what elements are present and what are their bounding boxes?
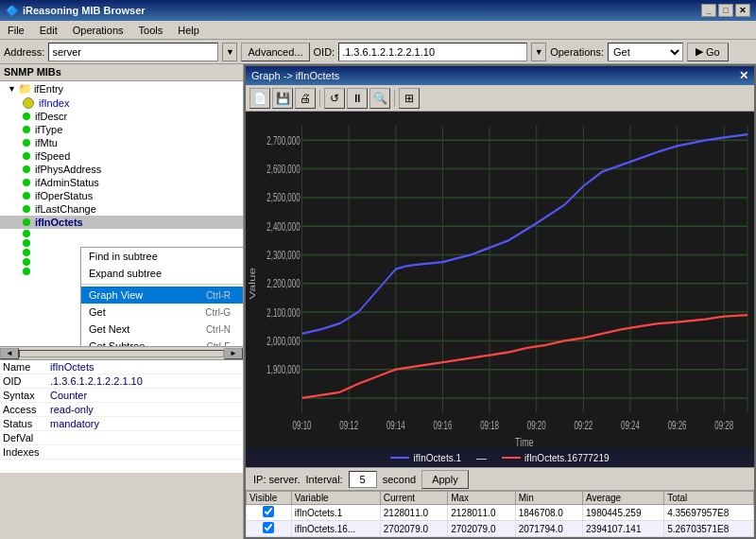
svg-text:09:14: 09:14 — [387, 420, 405, 432]
legend-label-1: ifInOctets.1 — [413, 453, 461, 463]
legend-color-2 — [502, 457, 521, 459]
svg-text:09:26: 09:26 — [668, 420, 687, 432]
address-bar: Address: ▼ Advanced... OID: ▼ Operations… — [0, 40, 756, 64]
tree-node-iflastchange[interactable]: ifLastChange — [0, 202, 243, 216]
graph-canvas: 2,700,000 2,600,000 2,500,000 2,400,000 … — [246, 112, 754, 448]
oid-input[interactable] — [338, 43, 527, 61]
tree-node-ifphysaddress[interactable]: ifPhysAddress — [0, 163, 243, 176]
menu-help[interactable]: Help — [174, 24, 203, 37]
svg-text:2,400,000: 2,400,000 — [266, 220, 301, 233]
interval-input[interactable] — [349, 471, 377, 488]
tree-node-ifspeed[interactable]: ifSpeed — [0, 149, 243, 163]
svg-text:2,600,000: 2,600,000 — [266, 163, 301, 175]
graph-save-button[interactable]: 💾 — [272, 88, 293, 109]
graph-title: Graph -> ifInOctets — [251, 70, 339, 81]
apply-button[interactable]: Apply — [421, 470, 469, 489]
green-dot-e5 — [23, 268, 30, 275]
prop-defval: DefVal — [0, 431, 243, 445]
svg-text:2,700,000: 2,700,000 — [266, 134, 301, 147]
menu-operations[interactable]: Operations — [69, 24, 128, 37]
row1-visible[interactable] — [247, 505, 292, 521]
expand-icon: ▼ — [8, 84, 16, 94]
tree-node-ifadminstatus[interactable]: ifAdminStatus — [0, 176, 243, 189]
col-min: Min — [515, 492, 582, 505]
tree-node-iftype[interactable]: ifType — [0, 123, 243, 136]
scroll-left[interactable]: ◄ — [0, 348, 19, 359]
graph-new-button[interactable]: 📄 — [249, 88, 270, 109]
row2-total: 5.26703571E8 — [664, 521, 754, 537]
graph-refresh-button[interactable]: ↺ — [324, 88, 345, 109]
address-input[interactable] — [48, 43, 218, 61]
row2-current: 2702079.0 — [380, 521, 447, 537]
graph-toolbar: 📄 💾 🖨 ↺ ⏸ 🔍 ⊞ — [246, 85, 754, 112]
tree-node-ifoperstatus[interactable]: ifOperStatus — [0, 189, 243, 202]
green-dot-e3 — [23, 249, 30, 256]
graph-svg: 2,700,000 2,600,000 2,500,000 2,400,000 … — [246, 112, 754, 448]
oid-label: OID: — [314, 46, 335, 58]
svg-text:09:24: 09:24 — [621, 420, 640, 432]
operations-select[interactable]: Get Get Next Get Subtree Set Walk — [608, 43, 683, 61]
minimize-button[interactable]: _ — [701, 4, 716, 17]
graph-config-button[interactable]: ⊞ — [399, 88, 420, 109]
svg-text:09:16: 09:16 — [434, 420, 453, 432]
table-row: ifInOctets.1 2128011.0 2128011.0 1846708… — [247, 505, 754, 521]
table-row: ifInOctets.16... 2702079.0 2702079.0 207… — [247, 521, 754, 537]
green-dot-e2 — [23, 239, 30, 247]
row2-checkbox[interactable] — [263, 522, 274, 533]
close-button[interactable]: ✕ — [735, 4, 750, 17]
row1-total: 4.35697957E8 — [664, 505, 754, 521]
graph-title-bar: Graph -> ifInOctets ✕ — [246, 66, 754, 85]
graph-zoom-button[interactable]: 🔍 — [369, 88, 390, 109]
ctx-get[interactable]: Get Ctrl-G — [81, 304, 243, 321]
svg-text:09:12: 09:12 — [339, 420, 358, 432]
col-max: Max — [448, 492, 515, 505]
horizontal-scrollbar[interactable]: ◄ ► — [0, 346, 243, 359]
svg-text:09:22: 09:22 — [574, 420, 593, 432]
graph-pause-button[interactable]: ⏸ — [347, 88, 368, 109]
tree-node-ifentry[interactable]: ▼ 📁 ifEntry — [0, 81, 243, 96]
menu-bar: File Edit Operations Tools Help — [0, 21, 756, 40]
tree-node-ifmtu[interactable]: ifMtu — [0, 136, 243, 149]
ctx-graph-view[interactable]: Graph View Ctrl-R — [81, 287, 243, 304]
prop-name: Name ifInOctets — [0, 360, 243, 374]
yellow-circle-icon — [23, 97, 34, 109]
menu-edit[interactable]: Edit — [36, 24, 61, 37]
context-menu: Find in subtree Expand subtree Graph Vie… — [80, 247, 243, 346]
tree-node-ifinoctets[interactable]: ifInOctets — [0, 216, 243, 229]
prop-access: Access read-only — [0, 403, 243, 417]
row2-visible[interactable] — [247, 521, 292, 537]
col-visible: Visible — [247, 492, 292, 505]
ctx-get-next[interactable]: Get Next Ctrl-N — [81, 321, 243, 338]
tree-node-ifindex[interactable]: ifIndex — [0, 96, 243, 110]
operations-label: Operations: — [550, 46, 604, 58]
second-label: second — [383, 474, 416, 485]
maximize-button[interactable]: □ — [718, 4, 733, 17]
svg-text:09:28: 09:28 — [714, 420, 733, 432]
menu-file[interactable]: File — [4, 24, 28, 37]
svg-text:Time: Time — [515, 436, 534, 448]
graph-print-button[interactable]: 🖨 — [295, 88, 316, 109]
row2-average: 2394107.141 — [583, 521, 664, 537]
go-button[interactable]: ▶ Go — [687, 43, 729, 61]
advanced-button[interactable]: Advanced... — [241, 43, 309, 61]
oid-dropdown[interactable]: ▼ — [531, 43, 546, 61]
ctx-find-subtree[interactable]: Find in subtree — [81, 248, 243, 265]
row1-checkbox[interactable] — [263, 506, 274, 517]
tree-node-extra1[interactable] — [0, 229, 243, 238]
title-bar: 🔷 iReasoning MIB Browser _ □ ✕ — [0, 0, 756, 21]
green-dot-ifspeed — [23, 152, 30, 160]
tree-node-ifdescr[interactable]: ifDescr — [0, 110, 243, 123]
data-table-area: Visible Variable Current Max Min Average… — [246, 490, 754, 537]
svg-text:Value: Value — [248, 268, 256, 300]
address-dropdown[interactable]: ▼ — [222, 43, 237, 61]
scroll-right[interactable]: ► — [224, 348, 243, 359]
prop-indexes: Indexes — [0, 445, 243, 460]
graph-close-button[interactable]: ✕ — [739, 69, 748, 82]
menu-tools[interactable]: Tools — [135, 24, 167, 37]
ctx-get-subtree[interactable]: Get Subtree Ctrl-E — [81, 338, 243, 346]
ctx-expand-subtree[interactable]: Expand subtree — [81, 265, 243, 282]
ip-label: IP: server. — [253, 474, 301, 485]
row2-max: 2702079.0 — [448, 521, 515, 537]
properties-panel: Name ifInOctets OID .1.3.6.1.2.1.2.2.1.1… — [0, 359, 243, 473]
svg-text:1,900,000: 1,900,000 — [266, 364, 301, 376]
